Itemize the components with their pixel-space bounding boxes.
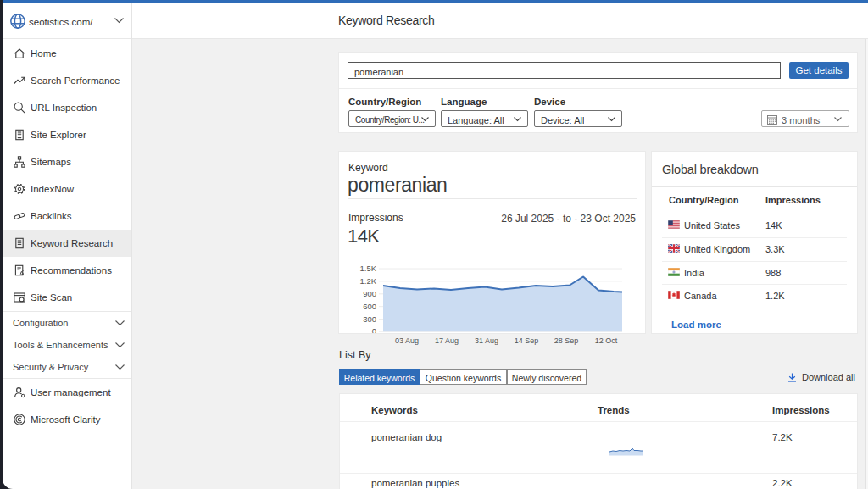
svg-text:0: 0 [372, 326, 376, 333]
svg-text:300: 300 [363, 314, 376, 324]
svg-text:900: 900 [363, 289, 376, 298]
svg-text:1.5K: 1.5K [359, 264, 376, 273]
svg-text:600: 600 [363, 302, 376, 311]
svg-text:1.2K: 1.2K [359, 276, 376, 286]
